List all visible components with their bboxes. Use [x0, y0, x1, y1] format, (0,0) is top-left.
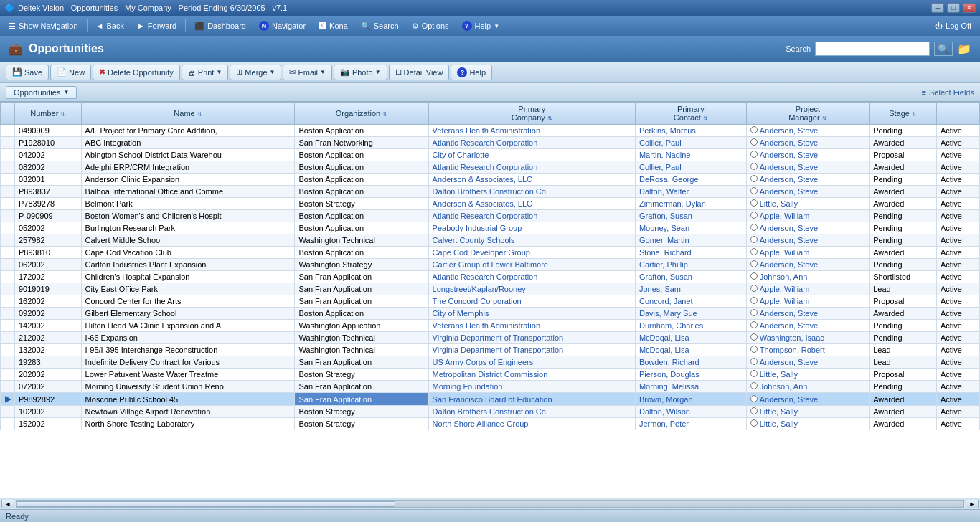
hscroll-track[interactable] [16, 500, 964, 508]
close-button[interactable]: ✕ [963, 3, 976, 13]
project-manager-radio[interactable] [750, 224, 758, 231]
cell-primary-contact[interactable]: Dalton, Walter [635, 186, 746, 198]
menu-forward[interactable]: ► Forward [131, 19, 182, 32]
cell-project-manager[interactable]: Anderson, Steve [746, 320, 869, 332]
cell-primary-contact[interactable]: Durnham, Charles [635, 320, 746, 332]
cell-project-manager[interactable]: Anderson, Steve [746, 149, 869, 161]
grid-container[interactable]: Number ⇅ Name ⇅ Organization ⇅ PrimaryCo… [0, 102, 980, 498]
cell-primary-company[interactable]: Dalton Brothers Construction Co. [428, 186, 635, 198]
delete-button[interactable]: ✖ Delete Opportunity [93, 65, 180, 80]
cell-project-manager[interactable]: Anderson, Steve [746, 137, 869, 149]
project-manager-radio[interactable] [750, 419, 758, 427]
cell-primary-company[interactable]: The Concord Corporation [428, 295, 635, 308]
cell-project-manager[interactable]: Anderson, Steve [746, 259, 869, 271]
col-stage[interactable]: Stage ⇅ [870, 103, 937, 125]
col-primary-contact[interactable]: PrimaryContact ⇅ [635, 103, 746, 125]
col-primary-company[interactable]: PrimaryCompany ⇅ [428, 103, 635, 125]
col-number[interactable]: Number ⇅ [15, 103, 82, 125]
table-row[interactable]: 212002I-66 ExpansionWashington Technical… [1, 332, 980, 344]
table-row[interactable]: 102002Newtown Village Airport Renovation… [1, 406, 980, 418]
table-row[interactable]: P7839278Belmont ParkBoston StrategyAnder… [1, 198, 980, 210]
cell-primary-company[interactable]: Atlantic Research Corporation [428, 210, 635, 222]
project-manager-radio[interactable] [750, 382, 758, 389]
cell-primary-company[interactable]: Calvert County Schools [428, 234, 635, 247]
table-row[interactable]: 162002Concord Center for the ArtsSan Fra… [1, 295, 980, 308]
table-row[interactable]: 052002Burlington Research ParkBoston App… [1, 222, 980, 234]
table-row[interactable]: 19283Indefinite Delivery Contract for Va… [1, 356, 980, 369]
cell-primary-contact[interactable]: Collier, Paul [635, 161, 746, 174]
cell-project-manager[interactable]: Washington, Isaac [746, 332, 869, 344]
cell-project-manager[interactable]: Apple, William [746, 247, 869, 259]
cell-primary-company[interactable]: Peabody Industrial Group [428, 222, 635, 234]
cell-primary-company[interactable]: Veterans Health Administration [428, 320, 635, 332]
cell-primary-company[interactable]: Metropolitan District Commission [428, 369, 635, 381]
page-search-input[interactable] [815, 42, 930, 56]
table-row[interactable]: P893837Balboa International Office and C… [1, 186, 980, 198]
cell-project-manager[interactable]: Apple, William [746, 295, 869, 308]
project-manager-radio[interactable] [750, 309, 758, 316]
cell-project-manager[interactable]: Apple, William [746, 210, 869, 222]
menu-dashboard[interactable]: ⬛ Dashboard [189, 19, 252, 33]
table-row[interactable]: ▶P9892892Moscone Public School 45San Fra… [1, 393, 980, 406]
cell-primary-contact[interactable]: Davis, Mary Sue [635, 308, 746, 320]
cell-primary-contact[interactable]: Mooney, Sean [635, 222, 746, 234]
table-row[interactable]: 202002Lower Patuxent Waste Water Treatme… [1, 369, 980, 381]
project-manager-radio[interactable] [750, 285, 758, 292]
table-row[interactable]: 062002Carlton Industries Plant Expansion… [1, 259, 980, 271]
cell-primary-contact[interactable]: Brown, Morgan [635, 393, 746, 406]
cell-primary-contact[interactable]: Zimmerman, Dylan [635, 198, 746, 210]
table-row[interactable]: 172002Children's Hospital ExpansionSan F… [1, 271, 980, 283]
cell-primary-contact[interactable]: Stone, Richard [635, 247, 746, 259]
photo-button[interactable]: 📷 Photo ▼ [334, 65, 387, 80]
page-search-button[interactable]: 🔍 [934, 42, 953, 56]
detail-view-button[interactable]: ⊟ Detail View [389, 65, 450, 80]
cell-primary-contact[interactable]: Jones, Sam [635, 283, 746, 295]
print-button[interactable]: 🖨 Print ▼ [182, 65, 229, 80]
col-name[interactable]: Name ⇅ [81, 103, 295, 125]
project-manager-radio[interactable] [750, 126, 758, 133]
cell-primary-contact[interactable]: Morning, Melissa [635, 381, 746, 393]
cell-primary-company[interactable]: Cape Cod Developer Group [428, 247, 635, 259]
menu-back[interactable]: ◄ Back [90, 19, 130, 32]
cell-project-manager[interactable]: Little, Sally [746, 198, 869, 210]
project-manager-radio[interactable] [750, 297, 758, 304]
folder-icon[interactable]: 📁 [957, 42, 971, 56]
cell-primary-company[interactable]: Cartier Group of Lower Baltimore [428, 259, 635, 271]
cell-primary-company[interactable]: Veterans Health Administration [428, 125, 635, 137]
project-manager-radio[interactable] [750, 199, 758, 207]
table-row[interactable]: 257982Calvert Middle SchoolWashington Te… [1, 234, 980, 247]
table-row[interactable]: 072002Morning University Student Union R… [1, 381, 980, 393]
project-manager-radio[interactable] [750, 175, 758, 182]
project-manager-radio[interactable] [750, 272, 758, 280]
hscroll-thumb[interactable] [17, 501, 395, 507]
cell-primary-contact[interactable]: Dalton, Wilson [635, 406, 746, 418]
hscroll-left-button[interactable]: ◄ [1, 500, 14, 508]
project-manager-radio[interactable] [750, 333, 758, 341]
col-status[interactable] [937, 103, 980, 125]
table-row[interactable]: 132002I-95/I-395 Interchange Reconstruct… [1, 344, 980, 356]
cell-primary-contact[interactable]: DeRosa, George [635, 174, 746, 186]
select-fields-button[interactable]: ≡ Select Fields [922, 88, 974, 97]
cell-primary-company[interactable]: North Shore Alliance Group [428, 418, 635, 430]
table-row[interactable]: 092002Gilbert Elementary SchoolBoston Ap… [1, 308, 980, 320]
save-button[interactable]: 💾 Save [6, 65, 49, 80]
cell-primary-company[interactable]: Dalton Brothers Construction Co. [428, 406, 635, 418]
cell-primary-company[interactable]: San Francisco Board of Education [428, 393, 635, 406]
logoff-button[interactable]: ⏻ Log Off [929, 19, 977, 32]
table-row[interactable]: P1928010ABC IntegrationSan Fran Networki… [1, 137, 980, 149]
menu-kona[interactable]: 🅺 Kona [313, 19, 354, 32]
project-manager-radio[interactable] [750, 346, 758, 353]
opportunities-tab[interactable]: Opportunities ▼ [6, 86, 77, 99]
table-row[interactable]: 032001Anderson Clinic ExpansionBoston Ap… [1, 174, 980, 186]
table-row[interactable]: P893810Cape Cod Vacation ClubBoston Appl… [1, 247, 980, 259]
cell-primary-contact[interactable]: Gomer, Martin [635, 234, 746, 247]
cell-project-manager[interactable]: Little, Sally [746, 369, 869, 381]
minimize-button[interactable]: ─ [931, 3, 944, 13]
cell-primary-contact[interactable]: Pierson, Douglas [635, 369, 746, 381]
cell-primary-contact[interactable]: Grafton, Susan [635, 271, 746, 283]
cell-primary-company[interactable]: Virginia Department of Transportation [428, 332, 635, 344]
cell-project-manager[interactable]: Little, Sally [746, 406, 869, 418]
project-manager-radio[interactable] [750, 395, 758, 402]
cell-primary-company[interactable]: City of Charlotte [428, 149, 635, 161]
table-row[interactable]: 082002Adelphi ERP/CRM IntegrationBoston … [1, 161, 980, 174]
